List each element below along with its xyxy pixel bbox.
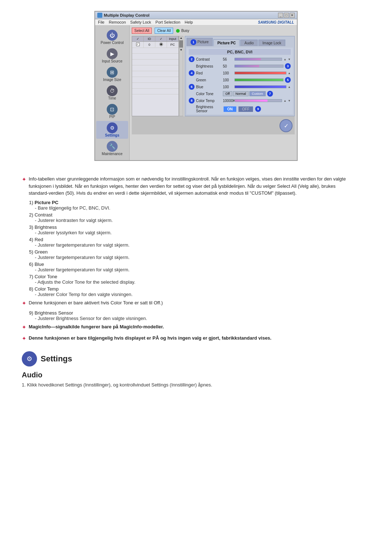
settings-section-header: ⚙ Settings	[22, 351, 348, 366]
close-button[interactable]: ✕	[290, 13, 295, 18]
sidebar-label-imagesize: Image Size	[103, 78, 121, 82]
scrollbar-vertical[interactable]: ▲ ▼	[179, 36, 183, 116]
num-1: 1)	[29, 200, 33, 205]
sidebar-item-time[interactable]: ⏱ Time	[96, 84, 128, 102]
label-6: Blue	[34, 262, 44, 267]
green-row: Green 100 5	[189, 77, 291, 83]
tab-picture-pc[interactable]: Picture PC	[213, 39, 240, 46]
settings-section-title: Settings	[41, 354, 72, 364]
label-7: Color Tone	[34, 274, 57, 279]
apply-button[interactable]: ✓	[279, 119, 293, 132]
color-temp-up-arrow[interactable]: ▲	[283, 99, 286, 102]
contrast-down-arrow[interactable]: ▼	[288, 58, 291, 61]
num-item-8: 8) Color Temp - Justerer Color Temp for …	[29, 286, 348, 297]
brightness-value: 50	[223, 64, 233, 68]
table-row	[132, 77, 179, 83]
magic-info-note: ✦ MagicInfo—signalkilde fungerer bare på…	[22, 323, 348, 332]
sidebar-item-maintenance[interactable]: 🔧 Maintenance	[96, 139, 128, 157]
star-icon-4: ✦	[22, 335, 26, 343]
label-1: Picture PC	[34, 200, 58, 205]
audio-section: Audio 1. Klikk hovedikonet Settings (Inn…	[22, 371, 348, 388]
contrast-badge: 2	[189, 56, 195, 62]
red-badge: 4	[189, 70, 195, 76]
audio-instruction: 1. Klikk hovedikonet Settings (Innstilli…	[22, 382, 348, 388]
menu-help[interactable]: Help	[185, 20, 193, 24]
num-item-3: 3) Brightness - Justerer lysstyrken for …	[29, 224, 348, 235]
sub-9: - Justerer Brightness Sensor for den val…	[35, 316, 348, 321]
brightness-sensor-row: Brightness Sensor ON OFF 9	[189, 105, 291, 113]
green-label: Green	[196, 78, 221, 82]
num-2: 2)	[29, 212, 33, 218]
contrast-slider-track[interactable]	[234, 58, 282, 61]
brightness-sensor-off-button[interactable]: OFF	[238, 106, 253, 112]
brightness-row: Brightness 50 3	[189, 63, 291, 69]
color-temp-badge: 8	[189, 98, 195, 104]
red-value: 100	[223, 71, 233, 75]
menu-safety-lock[interactable]: Safety Lock	[130, 20, 151, 24]
info-text: Info-tabellen viser grunnleggende inform…	[29, 175, 348, 197]
tab-picture[interactable]: 1 Picture	[187, 38, 213, 46]
menu-remocon[interactable]: Remocon	[109, 20, 126, 24]
blue-slider-track[interactable]	[234, 85, 286, 88]
red-slider-track[interactable]	[234, 72, 286, 74]
label-5: Green	[34, 249, 48, 255]
table-row	[132, 89, 179, 94]
green-value: 100	[223, 78, 233, 82]
num-4: 4)	[29, 237, 33, 242]
blue-value: 100	[223, 85, 233, 89]
tab-image-lock[interactable]: Image Lock	[258, 40, 285, 46]
contrast-up-arrow[interactable]: ▲	[283, 58, 286, 61]
row-radio[interactable]	[159, 42, 163, 46]
numbered-list-9: 9) Brightness Sensor - Justerer Brightne…	[29, 310, 348, 321]
doc-content: ✦ Info-tabellen viser grunnleggende info…	[22, 172, 348, 396]
blue-up-arrow[interactable]: ▲	[288, 85, 291, 89]
sidebar-item-image-size[interactable]: ⊞ Image Size	[96, 65, 128, 83]
num-item-1: 1) Picture PC - Bare tilgjengelig for PC…	[29, 200, 348, 211]
scroll-thumb[interactable]	[179, 40, 183, 48]
device-table: ✓ ID ✓ Input 0 PC	[132, 36, 183, 116]
brightness-sensor-label: Brightness Sensor	[196, 105, 221, 113]
label-3: Brightness	[34, 224, 57, 230]
pip-icon: ⊡	[107, 104, 118, 115]
color-tone-normal[interactable]: Normal	[233, 91, 249, 96]
color-tone-custom[interactable]: Custom	[249, 91, 266, 96]
sidebar: ⏻ Power Control ▶ Input Source ⊞ Image S…	[95, 25, 130, 160]
clear-all-button[interactable]: Clear All	[155, 28, 173, 34]
menu-port-selection[interactable]: Port Selection	[155, 20, 180, 24]
brightness-sensor-on-button[interactable]: ON	[224, 106, 236, 112]
color-temp-slider-track[interactable]	[234, 99, 282, 102]
contrast-value: 56	[223, 57, 233, 61]
sidebar-item-power-control[interactable]: ⏻ Power Control	[96, 28, 128, 46]
main-panels: ✓ ID ✓ Input 0 PC	[132, 36, 295, 116]
sidebar-item-settings[interactable]: ⚙ Settings	[96, 121, 128, 139]
num-item-6: 6) Blue - Justerer fargetemperaturen for…	[29, 262, 348, 272]
tab-audio[interactable]: Audio	[240, 40, 258, 46]
brightness-slider-track[interactable]	[234, 65, 283, 68]
table-row	[132, 60, 179, 65]
color-tone-options: Off Normal Custom	[223, 91, 266, 96]
sidebar-item-input-source[interactable]: ▶ Input Source	[96, 47, 128, 65]
minimize-button[interactable]: _	[278, 13, 283, 18]
table-row	[132, 54, 179, 60]
maximize-button[interactable]: □	[284, 13, 289, 18]
num-item-4: 4) Red - Justerer fargetemperaturen for …	[29, 237, 348, 248]
num-5: 5)	[29, 249, 33, 255]
select-all-button[interactable]: Select All	[132, 28, 152, 34]
menu-file[interactable]: File	[98, 20, 105, 24]
color-tone-label: Color Tone	[196, 92, 221, 96]
settings-panel: 1 Picture Picture PC Audio Image Lock	[185, 36, 295, 116]
green-slider-track[interactable]	[234, 78, 283, 81]
sub-4: - Justerer fargetemperaturen for valgt s…	[35, 242, 348, 248]
busy-indicator: Busy	[176, 29, 189, 33]
sidebar-item-pip[interactable]: ⊡ PIP	[96, 102, 128, 120]
color-tone-off[interactable]: Off	[223, 91, 232, 96]
row-input: PC	[167, 42, 179, 47]
red-up-arrow[interactable]: ▲	[288, 72, 291, 75]
sub-1: - Bare tilgjengelig for PC, BNC, DVI.	[35, 205, 348, 211]
row-checkbox[interactable]	[136, 42, 140, 46]
title-bar: Multiple Display Control _ □ ✕	[95, 12, 297, 19]
toolbar: Select All Clear All Busy	[132, 28, 295, 34]
blue-row: 6 Blue 100 ▲	[189, 84, 291, 90]
num-8: 8)	[29, 286, 33, 292]
color-temp-down-arrow[interactable]: ▼	[288, 99, 291, 102]
